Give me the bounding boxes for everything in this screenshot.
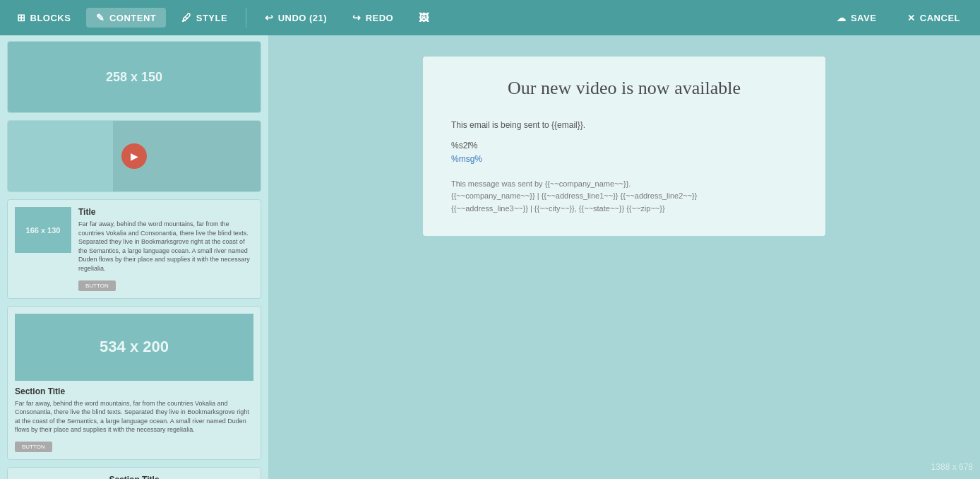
block-image[interactable]: 258 x 150 (7, 41, 261, 113)
video-container: ▶ (8, 121, 261, 191)
article-title: Title (78, 207, 253, 217)
style-icon: 🖊 (181, 12, 192, 23)
block-big-image[interactable]: 534 x 200 Section Title Far far away, be… (7, 306, 261, 460)
email-footer-line2: {{~~company_name~~}} | {{~~address_line1… (451, 190, 797, 203)
toolbar-right: ☁ SAVE ✕ CANCEL (824, 8, 973, 28)
email-headline: Our new video is now available (451, 78, 797, 99)
save-label: SAVE (851, 13, 876, 23)
main-layout: 258 x 150 ▶ 166 x 130 T (0, 35, 980, 479)
block-article[interactable]: 166 x 130 Title Far far away, behind the… (7, 199, 261, 299)
cancel-button[interactable]: ✕ CANCEL (895, 8, 973, 28)
image-icon: 🖼 (419, 12, 429, 23)
undo-button[interactable]: ↩ UNDO (21) (255, 8, 337, 28)
block-video[interactable]: ▶ (7, 120, 261, 192)
cancel-icon: ✕ (907, 13, 916, 23)
redo-icon: ↪ (352, 12, 361, 23)
big-text: Far far away, behind the word mountains,… (15, 399, 253, 434)
divider-1 (246, 8, 246, 28)
big-button: BUTTON (15, 442, 52, 452)
section-title: Section Title (15, 475, 253, 479)
block-section[interactable]: Section Title Far far away, behind the w… (7, 467, 261, 479)
redo-button[interactable]: ↪ REDO (342, 8, 403, 28)
content-area: Our new video is now available This emai… (268, 35, 980, 479)
save-icon: ☁ (837, 13, 847, 23)
style-label: STYLE (196, 13, 227, 23)
blocks-icon: ⊞ (17, 12, 26, 23)
redo-label: REDO (366, 13, 394, 23)
blocks-label: BLOCKS (30, 13, 71, 23)
email-footer: This message was sent by {{~~company_nam… (451, 178, 797, 215)
article-image: 166 x 130 (15, 207, 71, 253)
play-button: ▶ (121, 143, 147, 169)
big-title: Section Title (15, 386, 253, 396)
toolbar: ⊞ BLOCKS ✎ CONTENT 🖊 STYLE ↩ UNDO (21) ↪… (0, 0, 980, 35)
play-icon: ▶ (131, 150, 138, 162)
section-container: Section Title Far far away, behind the w… (8, 468, 261, 479)
email-preview: Our new video is now available This emai… (423, 57, 825, 236)
video-side-right (155, 121, 261, 191)
article-button: BUTTON (78, 280, 116, 291)
image-button[interactable]: 🖼 (409, 8, 439, 28)
save-button[interactable]: ☁ SAVE (824, 8, 889, 28)
big-block-container: 534 x 200 Section Title Far far away, be… (8, 307, 261, 459)
article-container: 166 x 130 Title Far far away, behind the… (8, 200, 261, 298)
email-body-line2: %s2f% %msg% (451, 139, 797, 166)
email-footer-line1: This message was sent by {{~~company_nam… (451, 178, 797, 191)
content-label: CONTENT (109, 13, 156, 23)
big-image: 534 x 200 (15, 314, 253, 381)
undo-icon: ↩ (265, 12, 274, 23)
video-side-left (8, 121, 113, 191)
cancel-label: CANCEL (920, 13, 960, 23)
email-body-line1: This email is being sent to {{email}}. (451, 119, 797, 132)
image-placeholder-1: 258 x 150 (8, 42, 261, 112)
blocks-tab[interactable]: ⊞ BLOCKS (7, 8, 80, 28)
email-body-link[interactable]: %msg% (451, 154, 482, 164)
email-footer-line3: {{~~address_line3~~}} | {{~~city~~}}, {{… (451, 203, 797, 215)
dimension-label: 980 x 479 (931, 462, 973, 472)
content-tab[interactable]: ✎ CONTENT (86, 8, 166, 28)
article-content: Title Far far away, behind the word moun… (78, 207, 253, 291)
undo-label: UNDO (21) (278, 13, 328, 23)
article-text: Far far away, behind the word mountains,… (78, 220, 253, 273)
content-icon: ✎ (96, 12, 105, 23)
style-tab[interactable]: 🖊 STYLE (172, 8, 237, 28)
left-panel: 258 x 150 ▶ 166 x 130 T (0, 35, 268, 479)
video-play-area: ▶ (113, 121, 155, 191)
